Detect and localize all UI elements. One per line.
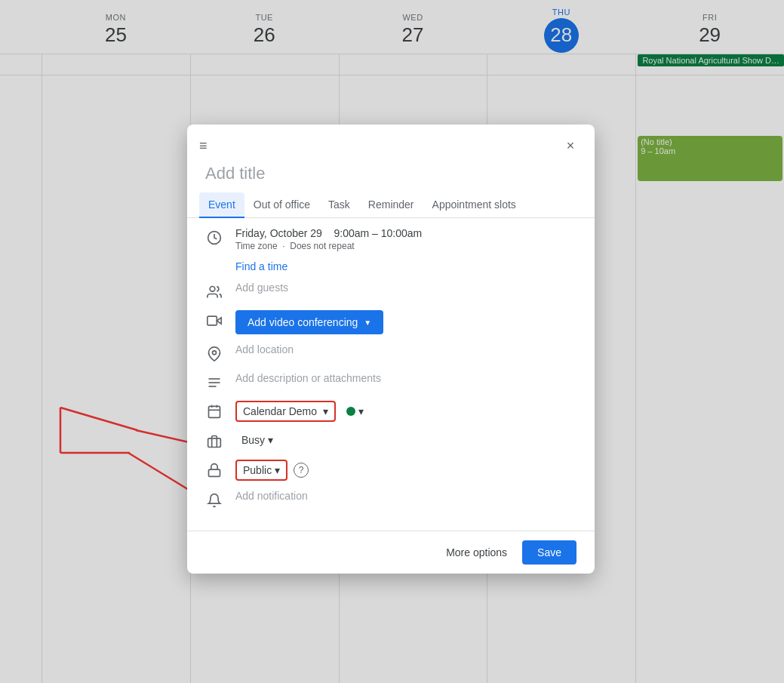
briefcase-icon xyxy=(205,432,223,451)
date-time-row: Friday, October 29 9:00am – 10:00am Time… xyxy=(205,227,576,251)
timezone-repeat: Time zone · Does not repeat xyxy=(235,241,576,251)
modal-tabs: Event Out of office Task Reminder Appoin… xyxy=(187,192,595,218)
status-chevron: ▾ xyxy=(268,434,273,446)
video-row: Add video conferencing ▼ xyxy=(205,310,576,334)
video-content: Add video conferencing ▼ xyxy=(235,310,576,334)
close-button[interactable]: × xyxy=(558,134,583,158)
add-guests-row: Add guests xyxy=(205,282,576,301)
calendar-label: Calendar Demo xyxy=(243,405,317,417)
status-content: Busy ▾ xyxy=(235,431,576,449)
lock-icon xyxy=(205,461,223,479)
guests-content[interactable]: Add guests xyxy=(235,282,576,294)
status-dropdown[interactable]: Busy ▾ xyxy=(235,431,576,449)
tab-reminder[interactable]: Reminder xyxy=(359,192,423,218)
title-input[interactable] xyxy=(187,158,595,189)
video-conferencing-button[interactable]: Add video conferencing ▼ xyxy=(235,310,383,334)
find-time-link[interactable]: Find a time xyxy=(235,260,576,272)
modal-body: Friday, October 29 9:00am – 10:00am Time… xyxy=(187,218,595,528)
drag-icon: ≡ xyxy=(199,138,208,154)
video-btn-chevron: ▼ xyxy=(364,318,371,327)
event-date[interactable]: Friday, October 29 xyxy=(235,227,322,239)
status-label: Busy xyxy=(241,434,265,446)
svg-point-6 xyxy=(210,287,215,292)
visibility-chevron: ▾ xyxy=(275,464,280,476)
video-icon xyxy=(205,312,223,330)
calendar-icon xyxy=(205,402,223,420)
more-options-button[interactable]: More options xyxy=(437,540,516,565)
status-row: Busy ▾ xyxy=(205,431,576,451)
color-dropdown[interactable]: ▾ xyxy=(342,402,368,420)
notification-content[interactable]: Add notification xyxy=(235,490,576,502)
tab-appointment-slots[interactable]: Appointment slots xyxy=(423,192,525,218)
notification-row: Add notification xyxy=(205,490,576,509)
modal-header: ≡ × xyxy=(187,125,595,158)
help-icon[interactable]: ? xyxy=(294,463,309,478)
event-modal: ≡ × Event Out of office Task Reminder Ap… xyxy=(187,125,595,574)
add-description-placeholder: Add description or attachments xyxy=(235,372,381,384)
calendar-select-content: Calendar Demo ▾ ▾ xyxy=(235,401,576,422)
description-row: Add description or attachments xyxy=(205,372,576,392)
tab-event[interactable]: Event xyxy=(199,192,244,218)
svg-point-9 xyxy=(213,351,217,355)
svg-rect-8 xyxy=(208,316,217,325)
location-content[interactable]: Add location xyxy=(235,343,576,355)
color-chevron: ▾ xyxy=(358,405,364,417)
svg-rect-17 xyxy=(208,438,221,448)
event-time[interactable]: 9:00am – 10:00am xyxy=(334,227,422,239)
add-notification-placeholder: Add notification xyxy=(235,490,308,502)
visibility-inner-row: Public ▾ ? xyxy=(235,460,576,481)
calendar-select-row: Calendar Demo ▾ ▾ xyxy=(235,401,576,422)
svg-marker-7 xyxy=(217,318,221,324)
visibility-dropdown[interactable]: Public ▾ xyxy=(235,460,287,481)
bell-icon xyxy=(205,491,223,509)
description-icon xyxy=(205,374,223,392)
guests-icon xyxy=(205,283,223,301)
location-row: Add location xyxy=(205,343,576,363)
add-guests-placeholder: Add guests xyxy=(235,282,288,294)
color-dot xyxy=(346,407,355,416)
calendar-chevron: ▾ xyxy=(323,405,328,417)
save-button[interactable]: Save xyxy=(522,540,576,565)
visibility-row: Public ▾ ? xyxy=(205,460,576,481)
add-location-placeholder: Add location xyxy=(235,343,294,355)
calendar-dropdown[interactable]: Calendar Demo ▾ xyxy=(235,401,336,422)
modal-footer: More options Save xyxy=(187,531,595,574)
tab-task[interactable]: Task xyxy=(319,192,359,218)
tab-out-of-office[interactable]: Out of office xyxy=(244,192,319,218)
description-content[interactable]: Add description or attachments xyxy=(235,372,576,384)
visibility-label: Public xyxy=(243,464,272,476)
svg-rect-18 xyxy=(209,469,220,476)
calendar-row: Calendar Demo ▾ ▾ xyxy=(205,401,576,422)
location-icon xyxy=(205,345,223,363)
date-time-content: Friday, October 29 9:00am – 10:00am Time… xyxy=(235,227,576,251)
svg-rect-13 xyxy=(209,406,220,417)
clock-icon xyxy=(205,229,223,247)
visibility-content: Public ▾ ? xyxy=(235,460,576,481)
